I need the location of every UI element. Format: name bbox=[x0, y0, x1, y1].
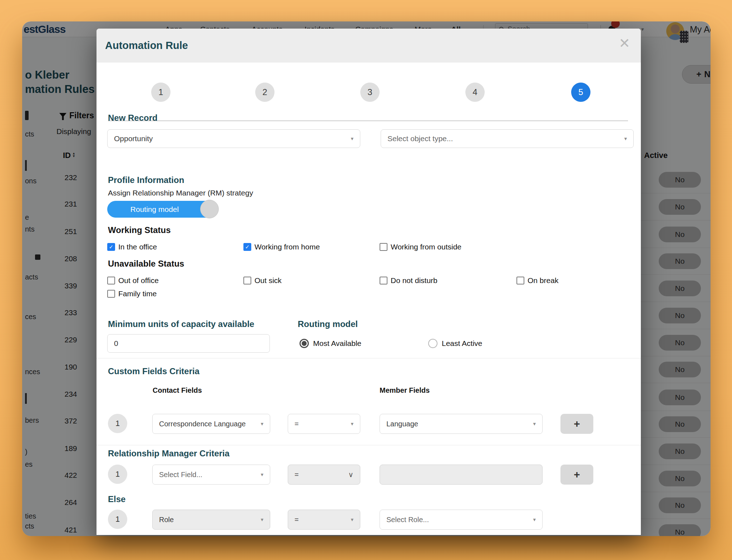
toggle-knob[interactable] bbox=[200, 200, 219, 218]
radio-least-active[interactable]: Least Active bbox=[428, 338, 482, 348]
criteria-row-number: 1 bbox=[108, 510, 127, 529]
new-record-heading: New Record bbox=[108, 113, 158, 123]
caret-down-icon: ▾ bbox=[533, 516, 536, 523]
radio-selected-icon bbox=[300, 339, 309, 348]
automation-rule-modal: Automation Rule ✕ 1 2 3 4 5 New Record O… bbox=[97, 29, 641, 535]
rm-criteria-heading: Relationship Manager Criteria bbox=[108, 449, 229, 459]
stepper-step-1[interactable]: 1 bbox=[151, 83, 170, 102]
checkbox-do-not-disturb[interactable]: Do not disturb bbox=[380, 276, 437, 285]
checkbox-working-from-outside[interactable]: Working from outside bbox=[380, 242, 461, 252]
checkbox-unchecked-icon bbox=[380, 277, 387, 284]
else-operator-dropdown[interactable]: = ▾ bbox=[288, 510, 360, 530]
modal-title: Automation Rule bbox=[105, 29, 188, 63]
stepper-step-2[interactable]: 2 bbox=[255, 83, 274, 102]
caret-down-icon: ▾ bbox=[351, 135, 353, 142]
capacity-input[interactable] bbox=[107, 334, 270, 353]
caret-down-icon: ▾ bbox=[533, 421, 536, 427]
contact-fields-label: Contact Fields bbox=[153, 386, 202, 395]
checkbox-out-sick[interactable]: Out sick bbox=[243, 276, 282, 285]
criteria-row-number: 1 bbox=[108, 465, 127, 484]
checkbox-working-from-home[interactable]: ✓ Working from home bbox=[243, 242, 320, 252]
custom-fields-criteria-heading: Custom Fields Criteria bbox=[108, 366, 199, 376]
screenshot-canvas: estGlass Apps Contacts Accounts Incident… bbox=[0, 0, 732, 560]
add-criteria-button[interactable]: + bbox=[560, 414, 593, 434]
stepper-step-5-active[interactable]: 5 bbox=[571, 83, 590, 102]
checkbox-checked-icon: ✓ bbox=[243, 243, 251, 251]
profile-information-heading: Profile Information bbox=[108, 175, 184, 185]
radio-most-available[interactable]: Most Available bbox=[300, 338, 361, 348]
caret-down-icon: ▾ bbox=[261, 516, 263, 523]
capacity-heading: Minimum units of capacity available bbox=[108, 319, 254, 329]
add-rm-criteria-button[interactable]: + bbox=[560, 465, 593, 485]
rm-operator-select[interactable]: = ∨ bbox=[288, 465, 360, 485]
else-role-dropdown[interactable]: Select Role... ▾ bbox=[380, 510, 543, 530]
else-field-dropdown[interactable]: Role ▾ bbox=[152, 510, 270, 530]
section-divider bbox=[97, 358, 641, 358]
working-status-heading: Working Status bbox=[108, 225, 171, 235]
checkbox-unchecked-icon bbox=[107, 277, 115, 284]
checkbox-family-time[interactable]: Family time bbox=[107, 289, 157, 298]
rm-field-dropdown[interactable]: Select Field... ▾ bbox=[152, 465, 270, 485]
operator-dropdown[interactable]: = ▾ bbox=[288, 414, 360, 434]
radio-unselected-icon bbox=[428, 339, 437, 348]
rm-strategy-description: Assign Relationship Manager (RM) strateg… bbox=[108, 189, 253, 197]
checkbox-checked-icon: ✓ bbox=[107, 243, 115, 251]
checkbox-unchecked-icon bbox=[107, 290, 115, 298]
checkbox-on-break[interactable]: On break bbox=[516, 276, 558, 285]
checkbox-in-the-office[interactable]: ✓ In the office bbox=[107, 242, 157, 252]
rm-value-input[interactable] bbox=[380, 465, 543, 485]
chevron-down-icon: ∨ bbox=[348, 470, 353, 479]
object-type2-dropdown[interactable]: Select object type... ▾ bbox=[381, 129, 634, 148]
checkbox-unchecked-icon bbox=[516, 277, 524, 284]
else-heading: Else bbox=[108, 494, 125, 504]
checkbox-unchecked-icon bbox=[380, 243, 387, 251]
modal-header: Automation Rule ✕ bbox=[97, 29, 641, 63]
stepper-step-3[interactable]: 3 bbox=[360, 83, 380, 102]
member-field-dropdown[interactable]: Language ▾ bbox=[380, 414, 543, 434]
routing-model-heading: Routing model bbox=[298, 319, 358, 329]
caret-down-icon: ▾ bbox=[624, 135, 627, 142]
section-divider bbox=[97, 445, 641, 445]
caret-down-icon: ▾ bbox=[351, 421, 353, 427]
checkbox-unchecked-icon bbox=[243, 277, 251, 284]
unavailable-status-heading: Unavailable Status bbox=[108, 259, 184, 269]
caret-down-icon: ▾ bbox=[261, 471, 263, 478]
caret-down-icon: ▾ bbox=[351, 516, 353, 523]
routing-model-toggle[interactable]: Routing model bbox=[107, 201, 218, 218]
stepper-line bbox=[108, 120, 628, 121]
member-fields-label: Member Fields bbox=[380, 386, 430, 395]
checkbox-out-of-office[interactable]: Out of office bbox=[107, 276, 159, 285]
object-type-dropdown[interactable]: Opportunity ▾ bbox=[107, 129, 360, 148]
criteria-row-number: 1 bbox=[108, 414, 127, 433]
stepper-step-4[interactable]: 4 bbox=[465, 83, 485, 102]
contact-field-dropdown[interactable]: Correspondence Language ▾ bbox=[152, 414, 270, 434]
caret-down-icon: ▾ bbox=[261, 421, 263, 427]
close-icon[interactable]: ✕ bbox=[619, 36, 630, 50]
